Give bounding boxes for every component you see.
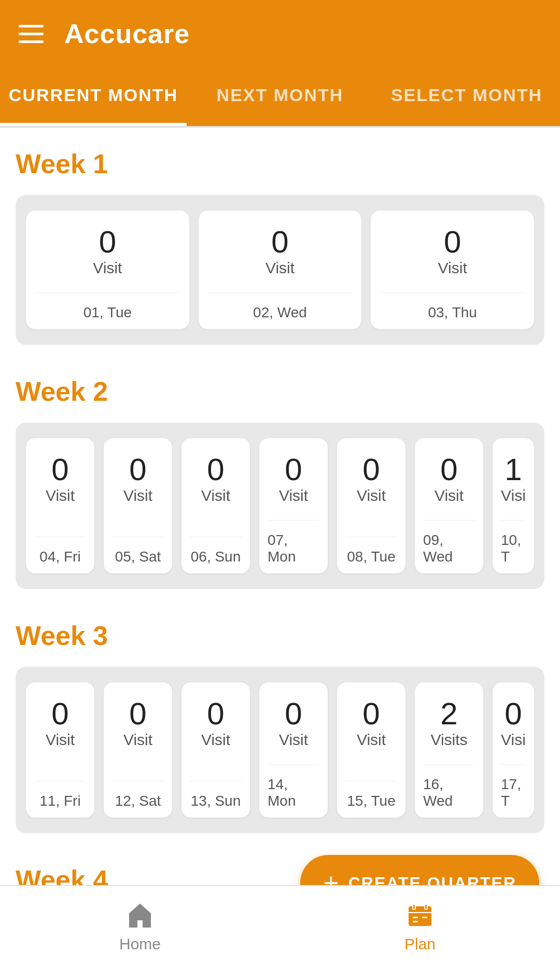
day-card-10[interactable]: 1 Visi 10, T [493,438,534,573]
visit-label-02: Visit [265,259,295,277]
day-card-13[interactable]: 0 Visit 13, Sun [181,682,250,818]
visit-count-14: 0 [285,697,302,731]
day-date-07: 07, Mon [268,527,319,565]
day-card-11[interactable]: 0 Visit 11, Fri [26,682,94,818]
tab-next-month[interactable]: NEXT MONTH [187,67,373,126]
day-date-01: 01, Tue [83,299,132,321]
week-1-days: 0 Visit 01, Tue 0 Visit 02, Wed 0 Visit … [16,195,544,345]
day-date-02: 02, Wed [253,299,307,321]
visit-count-05: 0 [129,453,146,487]
day-card-15[interactable]: 0 Visit 15, Tue [337,682,405,818]
day-date-08: 08, Tue [347,543,395,565]
day-date-13: 13, Sun [191,788,241,809]
svg-rect-1 [413,904,415,909]
tab-select-month[interactable]: SELECT MONTH [373,67,560,126]
svg-rect-6 [422,917,427,918]
visit-label-04: Visit [46,487,75,504]
day-card-04[interactable]: 0 Visit 04, Fri [26,438,94,573]
visit-label-01: Visit [93,259,122,277]
day-date-06: 06, Sun [191,543,241,565]
visit-label-11: Visit [46,731,75,749]
visit-count-08: 0 [362,453,380,487]
app-title: Accucare [64,18,190,49]
visit-count-17: 0 [505,697,522,731]
app-header: Accucare [0,0,560,67]
day-card-02[interactable]: 0 Visit 02, Wed [199,211,362,329]
day-card-17[interactable]: 0 Visi 17, T [493,682,534,818]
visit-count-01: 0 [99,225,116,259]
day-date-11: 11, Fri [39,788,80,809]
home-icon [125,901,155,930]
day-date-12: 12, Sat [115,788,161,809]
nav-home-label: Home [119,935,161,953]
svg-rect-4 [413,917,418,918]
tab-bar: CURRENT MONTH NEXT MONTH SELECT MONTH [0,67,560,128]
visit-count-12: 0 [129,697,146,731]
nav-plan-label: Plan [404,935,436,953]
visit-label-15: Visit [357,731,386,749]
hamburger-menu[interactable] [19,25,44,43]
day-card-08[interactable]: 0 Visit 08, Tue [337,438,405,573]
visit-label-10: Visi [501,487,526,504]
visit-label-14: Visit [279,731,308,749]
day-card-06[interactable]: 0 Visit 06, Sun [181,438,250,573]
bottom-nav: Home Plan [0,885,560,968]
plan-icon [405,901,435,930]
day-date-03: 03, Thu [428,299,477,321]
svg-rect-5 [413,921,418,922]
nav-plan[interactable]: Plan [379,901,461,953]
visit-label-05: Visit [123,487,152,504]
day-card-03[interactable]: 0 Visit 03, Thu [371,211,534,329]
week-3-title: Week 3 [16,620,544,651]
visit-count-09: 0 [440,453,457,487]
week-1-title: Week 1 [16,148,544,179]
visit-label-03: Visit [438,259,467,277]
day-date-15: 15, Tue [347,788,395,809]
visit-label-13: Visit [201,731,230,749]
day-card-09[interactable]: 0 Visit 09, Wed [415,438,483,573]
svg-rect-0 [409,906,431,926]
visit-count-06: 0 [207,453,224,487]
tab-current-month[interactable]: CURRENT MONTH [0,67,187,126]
day-card-07[interactable]: 0 Visit 07, Mon [259,438,328,573]
visit-count-02: 0 [271,225,288,259]
week-2-title: Week 2 [16,376,544,407]
visit-count-16: 2 [440,697,457,731]
day-date-16: 16, Wed [423,771,475,809]
main-content: Week 1 0 Visit 01, Tue 0 Visit 02, Wed 0 [0,128,560,968]
day-date-14: 14, Mon [268,771,319,809]
visit-count-15: 0 [362,697,380,731]
svg-rect-2 [425,904,427,909]
visit-label-06: Visit [201,487,230,504]
week-1-section: Week 1 0 Visit 01, Tue 0 Visit 02, Wed 0 [16,148,544,345]
visit-count-11: 0 [51,697,68,731]
day-card-16[interactable]: 2 Visits 16, Wed [415,682,483,818]
visit-count-04: 0 [51,453,68,487]
visit-label-12: Visit [123,731,152,749]
week-3-section: Week 3 0 Visit 11, Fri 0 Visit 12, Sat 0 [16,620,544,833]
day-card-05[interactable]: 0 Visit 05, Sat [104,438,172,573]
visit-count-13: 0 [207,697,224,731]
visit-count-03: 0 [444,225,461,259]
visit-label-07: Visit [279,487,308,504]
day-date-10: 10, T [501,527,526,565]
week-2-days: 0 Visit 04, Fri 0 Visit 05, Sat 0 Visit … [16,423,544,589]
week-3-days: 0 Visit 11, Fri 0 Visit 12, Sat 0 Visit … [16,667,544,833]
day-card-12[interactable]: 0 Visit 12, Sat [104,682,172,818]
day-date-09: 09, Wed [423,527,475,565]
visit-count-10: 1 [505,453,522,487]
visit-label-16: Visits [430,731,467,749]
visit-label-17: Visi [501,731,526,749]
visit-label-09: Visit [435,487,464,504]
day-card-14[interactable]: 0 Visit 14, Mon [259,682,328,818]
day-date-04: 04, Fri [39,543,80,565]
day-card-01[interactable]: 0 Visit 01, Tue [26,211,189,329]
day-date-05: 05, Sat [115,543,161,565]
visit-label-08: Visit [357,487,386,504]
day-date-17: 17, T [501,771,526,809]
nav-home[interactable]: Home [99,901,181,953]
week-2-section: Week 2 0 Visit 04, Fri 0 Visit 05, Sat 0 [16,376,544,589]
visit-count-07: 0 [285,453,302,487]
